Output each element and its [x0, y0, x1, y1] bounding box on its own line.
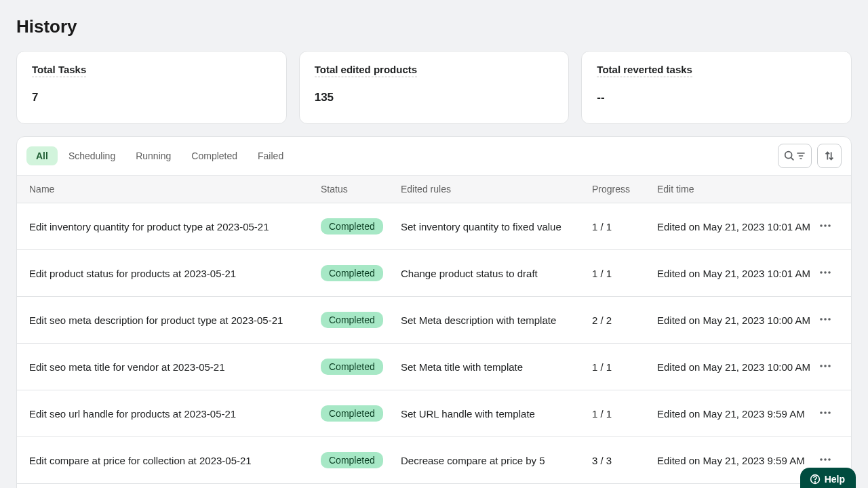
history-table-card: All Scheduling Running Completed Failed	[16, 136, 852, 488]
help-button[interactable]: Help	[800, 468, 856, 488]
more-horizontal-icon	[818, 312, 832, 328]
cell-rules: Set Meta description with template	[401, 314, 592, 326]
sort-icon	[823, 150, 835, 162]
row-more-button[interactable]	[813, 214, 837, 239]
row-more-button[interactable]	[813, 308, 837, 332]
cell-progress: 3 / 3	[592, 455, 657, 466]
cell-name: Edit product status for products at 2023…	[29, 268, 321, 279]
more-horizontal-icon	[818, 406, 832, 422]
cell-name: Edit inventory quantity for product type…	[29, 221, 321, 232]
tab-completed[interactable]: Completed	[182, 146, 247, 165]
stat-title: Total reverted tasks	[597, 64, 692, 77]
stat-value: 7	[32, 91, 271, 104]
stat-value: --	[597, 91, 836, 104]
cell-rules: Set Meta title with template	[401, 361, 592, 373]
tab-scheduling[interactable]: Scheduling	[59, 146, 125, 165]
svg-point-10	[828, 271, 831, 274]
svg-point-16	[828, 365, 831, 367]
tab-running[interactable]: Running	[126, 146, 180, 165]
more-horizontal-icon	[818, 453, 832, 468]
svg-point-7	[828, 224, 831, 227]
stat-value: 135	[315, 91, 554, 104]
search-filter-button[interactable]	[778, 144, 812, 168]
cell-time: Edited on May 21, 2023 10:01 AM	[657, 221, 812, 232]
table-header: Name Status Edited rules Progress Edit t…	[17, 175, 851, 203]
more-horizontal-icon	[818, 266, 832, 281]
table-row[interactable]: Edit product status for products at 2023…	[17, 250, 851, 297]
search-icon	[783, 150, 795, 162]
column-header-time[interactable]: Edit time	[657, 184, 812, 195]
cell-name: Edit seo url handle for products at 2023…	[29, 408, 321, 420]
status-badge: Completed	[321, 359, 383, 375]
sort-button[interactable]	[817, 144, 842, 168]
cell-progress: 1 / 1	[592, 268, 657, 279]
cell-status: Completed	[321, 405, 401, 422]
svg-point-8	[820, 271, 823, 274]
column-header-name[interactable]: Name	[29, 184, 321, 195]
cell-rules: Change product status to draft	[401, 268, 592, 279]
status-badge: Completed	[321, 312, 383, 328]
table-body: Edit inventory quantity for product type…	[17, 203, 851, 488]
svg-point-11	[820, 318, 823, 321]
svg-point-14	[820, 365, 823, 367]
column-header-progress[interactable]: Progress	[592, 184, 657, 195]
status-badge: Completed	[321, 452, 383, 468]
status-badge: Completed	[321, 218, 383, 235]
cell-time: Edited on May 21, 2023 10:00 AM	[657, 361, 812, 373]
svg-point-12	[824, 318, 827, 321]
svg-point-13	[828, 318, 831, 321]
column-header-rules[interactable]: Edited rules	[401, 184, 592, 195]
svg-point-5	[820, 224, 823, 227]
column-header-status[interactable]: Status	[321, 184, 401, 195]
row-more-button[interactable]	[813, 261, 837, 285]
svg-point-19	[828, 411, 831, 414]
table-row[interactable]: Edit seo url handle for products at 2023…	[17, 390, 851, 437]
table-row[interactable]: Edit inventory quantity for product type…	[17, 203, 851, 250]
svg-point-20	[820, 458, 823, 461]
stat-card-total-edited-products: Total edited products 135	[299, 51, 570, 124]
cell-time: Edited on May 21, 2023 10:00 AM	[657, 314, 812, 326]
tab-failed[interactable]: Failed	[248, 146, 293, 165]
cell-progress: 1 / 1	[592, 221, 657, 232]
cell-name: Edit seo meta description for product ty…	[29, 314, 321, 326]
cell-time: Edited on May 21, 2023 10:01 AM	[657, 268, 812, 279]
svg-point-18	[824, 411, 827, 414]
table-row[interactable]: Edit compare at price for collection at …	[17, 437, 851, 484]
stat-card-total-tasks: Total Tasks 7	[16, 51, 287, 124]
svg-point-22	[828, 458, 831, 461]
table-row[interactable]: Edit seo meta description for product ty…	[17, 297, 851, 344]
stat-title: Total edited products	[315, 64, 417, 77]
status-badge: Completed	[321, 265, 383, 281]
filter-tabs: All Scheduling Running Completed Failed	[26, 146, 776, 165]
cell-status: Completed	[321, 452, 401, 468]
svg-point-21	[824, 458, 827, 461]
filter-icon	[795, 150, 806, 162]
cell-name: Edit compare at price for collection at …	[29, 455, 321, 466]
row-more-button[interactable]	[813, 354, 837, 379]
more-horizontal-icon	[818, 219, 832, 235]
cell-rules: Set inventory quantity to fixed value	[401, 221, 592, 232]
cell-time: Edited on May 21, 2023 9:59 AM	[657, 455, 812, 466]
svg-line-1	[791, 158, 794, 161]
svg-point-27	[814, 482, 815, 483]
tab-all[interactable]: All	[26, 146, 58, 165]
table-row[interactable]: Edit price for all products at 2023-05-2…	[17, 484, 851, 488]
svg-point-17	[820, 411, 823, 414]
cell-rules: Decrease compare at price by 5	[401, 455, 592, 466]
help-icon	[810, 474, 821, 485]
cell-status: Completed	[321, 218, 401, 235]
cell-status: Completed	[321, 265, 401, 281]
svg-point-15	[824, 365, 827, 367]
cell-name: Edit seo meta title for vendor at 2023-0…	[29, 361, 321, 373]
stat-card-total-reverted-tasks: Total reverted tasks --	[581, 51, 852, 124]
more-horizontal-icon	[818, 359, 832, 375]
row-more-button[interactable]	[813, 401, 837, 426]
page-title: History	[16, 16, 852, 37]
help-label: Help	[825, 474, 845, 485]
table-row[interactable]: Edit seo meta title for vendor at 2023-0…	[17, 344, 851, 390]
svg-point-9	[824, 271, 827, 274]
cell-time: Edited on May 21, 2023 9:59 AM	[657, 408, 812, 420]
cell-progress: 2 / 2	[592, 314, 657, 326]
cell-status: Completed	[321, 312, 401, 328]
cell-progress: 1 / 1	[592, 361, 657, 373]
